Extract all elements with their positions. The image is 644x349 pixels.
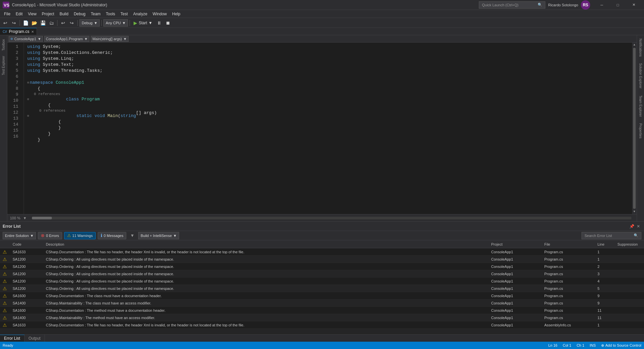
scroll-up-arrow[interactable]: ▲ xyxy=(633,43,636,47)
code-text-area[interactable]: using System; using System.Collections.G… xyxy=(24,43,637,214)
error-table[interactable]: Code Description Project File Line Suppr… xyxy=(0,240,644,334)
restore-button[interactable]: □ xyxy=(610,0,625,10)
save-button[interactable]: 💾 xyxy=(39,19,47,27)
team-explorer-tab[interactable]: Team Explorer xyxy=(638,92,643,120)
avatar: RS xyxy=(581,0,590,10)
error-list-bottom-tab[interactable]: Error List xyxy=(0,335,25,342)
table-row[interactable]: ⚠ SA1400 CSharp.Maintainability : The me… xyxy=(0,314,644,321)
new-file-button[interactable]: 📄 xyxy=(22,19,30,27)
col-desc-header[interactable]: Description xyxy=(45,242,490,246)
test-explorer-tab[interactable]: Test Explorer xyxy=(1,53,6,78)
menu-test[interactable]: Test xyxy=(118,10,131,18)
close-button[interactable]: ✕ xyxy=(626,0,641,10)
row-code: SA1600 xyxy=(11,308,45,312)
menu-project[interactable]: Project xyxy=(39,10,57,18)
menu-file[interactable]: File xyxy=(1,10,13,18)
code-line-9: ⊟ class Program xyxy=(27,96,637,102)
row-code: SA1200 xyxy=(11,272,45,276)
row-description: CSharp.Documentation : The file has no h… xyxy=(45,323,490,327)
table-row[interactable]: ⚠ SA1200 CSharp.Ordering : All using dir… xyxy=(0,256,644,263)
zoom-dropdown[interactable]: ▼ xyxy=(23,216,27,220)
table-row[interactable]: ⚠ SA1200 CSharp.Ordering : All using dir… xyxy=(0,263,644,270)
table-row[interactable]: ⚠ SA1200 CSharp.Ordering : All using dir… xyxy=(0,285,644,292)
col-project-header[interactable]: Project xyxy=(490,242,543,246)
platform-dropdown[interactable]: Any CPU ▼ xyxy=(103,19,128,27)
table-row[interactable]: ⚠ SA1200 CSharp.Ordering : All using dir… xyxy=(0,278,644,285)
start-button[interactable]: ▶ Start ▼ xyxy=(132,19,154,27)
row-project: ConsoleApp1 xyxy=(490,250,543,254)
filter-options-button[interactable]: ▼ xyxy=(128,232,136,240)
vertical-scrollbar[interactable]: ▲ ▼ xyxy=(632,43,637,214)
zoom-level: 100 % xyxy=(10,216,20,220)
close-panel-button[interactable]: ✕ xyxy=(635,223,641,229)
search-error-placeholder: Search Error List xyxy=(585,234,612,238)
line-num-8: 8 xyxy=(7,86,21,92)
col-file-header[interactable]: File xyxy=(543,242,596,246)
code-nav-bar: ⊕ ConsoleApp1 ▼ ConsoleApp1.Program ▼ Ma… xyxy=(7,35,637,43)
menu-window[interactable]: Window xyxy=(150,10,169,18)
scope-dropdown[interactable]: Entire Solution ▼ xyxy=(3,232,36,239)
table-row[interactable]: ⚠ SA1633 CSharp.Documentation : The file… xyxy=(0,321,644,329)
col-line-header[interactable]: Line xyxy=(596,242,616,246)
menu-debug[interactable]: Debug xyxy=(71,10,88,18)
toolbox-tab[interactable]: Toolbox xyxy=(1,37,6,53)
open-file-button[interactable]: 📂 xyxy=(30,19,38,27)
pin-panel-button[interactable]: 📌 xyxy=(629,223,635,229)
line-numbers: 1 2 3 4 5 6 7 8 9 10 11 12 13 14 15 16 xyxy=(7,43,24,214)
program-cs-tab[interactable]: C# Program.cs ✕ xyxy=(0,28,37,35)
warnings-filter-button[interactable]: ⚠ 11 Warnings xyxy=(64,232,96,239)
solution-explorer-tab[interactable]: Solution Explorer xyxy=(638,60,643,92)
messages-filter-button[interactable]: ℹ 0 Messages xyxy=(98,232,126,239)
errors-filter-button[interactable]: ⊗ 0 Errors xyxy=(38,232,62,239)
menu-help[interactable]: Help xyxy=(169,10,183,18)
quick-launch-box[interactable]: Quick Launch (Ctrl+Q) 🔍 xyxy=(479,1,545,9)
add-to-source-control-button[interactable]: ⊕ Add to Source Control xyxy=(601,343,641,348)
properties-tab[interactable]: Properties xyxy=(638,120,643,142)
save-all-button[interactable]: 🗂 xyxy=(48,19,55,27)
table-row[interactable]: ⚠ SA1400 CSharp.Maintainability : The cl… xyxy=(0,299,644,307)
menu-tools[interactable]: Tools xyxy=(103,10,118,18)
row-project: ConsoleApp1 xyxy=(490,272,543,276)
error-table-header: Code Description Project File Line Suppr… xyxy=(0,240,644,248)
collapse-icon-11[interactable]: ⊟ xyxy=(27,113,29,119)
table-row[interactable]: ⚠ SA1600 CSharp.Documentation : The meth… xyxy=(0,307,644,314)
main-toolbar: ↩ ↪ 📄 📂 💾 🗂 ↩ ↪ Debug ▼ Any CPU ▼ ▶ Star… xyxy=(0,18,644,28)
method-nav-dropdown[interactable]: Main(string[] args) ▼ xyxy=(91,36,129,42)
row-project: ConsoleApp1 xyxy=(490,323,543,327)
build-filter-dropdown[interactable]: Build + IntelliSense ▼ xyxy=(138,232,179,239)
minimize-button[interactable]: ─ xyxy=(594,0,609,10)
output-bottom-tab[interactable]: Output xyxy=(25,335,45,342)
collapse-icon-9[interactable]: ⊟ xyxy=(27,96,29,102)
h-scroll-thumb[interactable] xyxy=(32,217,52,219)
col-code-header[interactable]: Code xyxy=(11,242,45,246)
scroll-thumb[interactable] xyxy=(633,48,636,209)
menu-view[interactable]: View xyxy=(25,10,39,18)
undo-button[interactable]: ↩ xyxy=(59,19,67,27)
tab-close-button[interactable]: ✕ xyxy=(31,30,34,34)
row-file: Program.cs xyxy=(543,301,596,305)
scroll-down-arrow[interactable]: ▼ xyxy=(633,209,636,214)
menu-team[interactable]: Team xyxy=(88,10,103,18)
menu-analyze[interactable]: Analyze xyxy=(131,10,150,18)
line-status: Ln 16 xyxy=(548,343,558,347)
redo-button[interactable]: ↪ xyxy=(68,19,76,27)
notifications-tab[interactable]: Notifications xyxy=(638,35,643,60)
code-editor[interactable]: 1 2 3 4 5 6 7 8 9 10 11 12 13 14 15 16 u… xyxy=(7,43,637,214)
row-description: CSharp.Ordering : All using directives m… xyxy=(45,279,490,283)
back-button[interactable]: ↩ xyxy=(1,19,9,27)
search-error-list-box[interactable]: Search Error List 🔍 xyxy=(582,232,641,239)
col-suppress-header[interactable]: Suppression xyxy=(616,242,643,246)
table-row[interactable]: ⚠ SA1200 CSharp.Ordering : All using dir… xyxy=(0,270,644,278)
class-nav-dropdown[interactable]: ConsoleApp1.Program ▼ xyxy=(44,36,89,42)
pause-button[interactable]: ⏸ xyxy=(155,19,163,27)
menu-build[interactable]: Build xyxy=(57,10,71,18)
debug-mode-dropdown[interactable]: Debug ▼ xyxy=(79,19,100,27)
stop-button[interactable]: ⏹ xyxy=(164,19,172,27)
collapse-icon-7[interactable]: ⊟ xyxy=(27,80,29,86)
project-nav-dropdown[interactable]: ⊕ ConsoleApp1 ▼ xyxy=(9,36,43,42)
menu-edit[interactable]: Edit xyxy=(13,10,25,18)
horizontal-scrollbar[interactable] xyxy=(32,217,631,219)
table-row[interactable]: ⚠ SA1633 CSharp.Documentation : The file… xyxy=(0,248,644,256)
table-row[interactable]: ⚠ SA1600 CSharp.Documentation : The clas… xyxy=(0,292,644,299)
forward-button[interactable]: ↪ xyxy=(10,19,18,27)
